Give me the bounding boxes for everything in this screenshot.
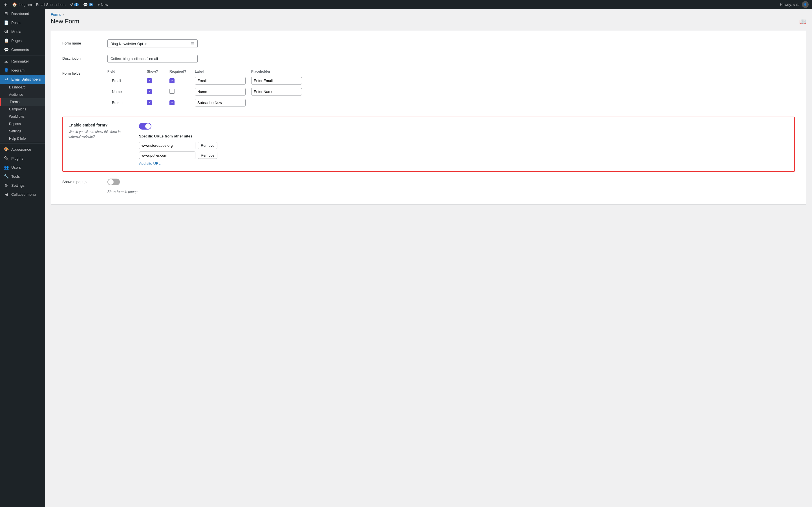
media-icon: 🖼 — [3, 29, 9, 34]
plugins-icon: 🔌 — [3, 156, 9, 161]
form-description-label: Description — [62, 55, 102, 61]
sidebar-item-appearance[interactable]: 🎨 Appearance — [0, 145, 45, 154]
sidebar-item-pages[interactable]: 📋 Pages — [0, 36, 45, 45]
sidebar-item-users[interactable]: 👥 Users — [0, 163, 45, 172]
content-area: Forms › New Form 📖 Form name ☰ Descripti… — [45, 9, 812, 507]
email-subscribers-submenu: Dashboard Audience Forms Campaigns Workf… — [0, 83, 45, 142]
popup-desc: Show form in popup — [107, 190, 138, 194]
updates-item[interactable]: ↺ 3 — [70, 3, 79, 7]
col-header-required: Required? — [169, 69, 195, 73]
form-description-input[interactable] — [110, 57, 195, 61]
posts-icon: 📄 — [3, 20, 9, 25]
sub-item-dashboard[interactable]: Dashboard — [0, 83, 45, 91]
admin-bar: ⊞ 🏠 Icegram – Email Subscribers ↺ 3 💬 0 … — [0, 0, 812, 9]
howdy-section: Howdy, satz 👤 — [780, 1, 809, 8]
button-show-checkbox[interactable] — [147, 100, 152, 105]
sub-item-audience[interactable]: Audience — [0, 91, 45, 98]
updates-icon: ↺ — [70, 3, 73, 7]
sub-item-reports[interactable]: Reports — [0, 120, 45, 128]
sidebar-label-plugins: Plugins — [11, 156, 23, 161]
avatar[interactable]: 👤 — [802, 1, 809, 8]
page-title-text: New Form — [51, 18, 79, 25]
remove-btn-1[interactable]: Remove — [198, 142, 217, 149]
icegram-icon: 👤 — [3, 68, 9, 72]
field-req-button — [169, 100, 195, 105]
sub-item-help[interactable]: Help & Info — [0, 135, 45, 142]
button-req-checkbox[interactable] — [169, 100, 174, 105]
new-item[interactable]: + New — [98, 3, 108, 7]
add-url-link[interactable]: Add site URL — [139, 161, 161, 166]
embed-desc: Would you like to show this form in exte… — [68, 129, 131, 139]
form-name-input[interactable] — [110, 42, 191, 46]
email-placeholder-input[interactable] — [251, 77, 302, 84]
wp-logo-icon[interactable]: ⊞ — [3, 1, 8, 8]
form-fields-row: Form fields Field Show? Required? Label … — [62, 69, 795, 110]
url-input-1[interactable] — [139, 142, 195, 149]
sidebar-item-comments[interactable]: 💬 Comments — [0, 45, 45, 54]
comments-sidebar-icon: 💬 — [3, 47, 9, 52]
embed-title: Enable embed form? — [68, 123, 131, 127]
email-subscribers-icon: ✉ — [3, 77, 9, 81]
form-name-row: Form name ☰ — [62, 40, 795, 48]
sub-item-forms[interactable]: Forms — [0, 98, 45, 106]
sidebar-label-appearance: Appearance — [11, 147, 31, 152]
sub-item-campaigns[interactable]: Campaigns — [0, 106, 45, 113]
sub-item-workflows[interactable]: Workflows — [0, 113, 45, 120]
page-title: New Form 📖 — [51, 18, 806, 25]
col-header-field: Field — [107, 69, 147, 73]
breadcrumb-forms[interactable]: Forms — [51, 12, 61, 17]
email-show-checkbox[interactable] — [147, 78, 152, 83]
sub-item-settings[interactable]: Settings — [0, 128, 45, 135]
field-req-email — [169, 78, 195, 83]
col-header-placeholder: Placeholder — [251, 69, 795, 73]
sidebar-item-posts[interactable]: 📄 Posts — [0, 18, 45, 27]
rainmaker-icon: ☁ — [3, 59, 9, 63]
appearance-icon: 🎨 — [3, 147, 9, 152]
sidebar-item-tools[interactable]: 🔧 Tools — [0, 172, 45, 181]
name-show-checkbox[interactable] — [147, 89, 152, 94]
field-show-email — [147, 78, 169, 83]
sidebar-item-plugins[interactable]: 🔌 Plugins — [0, 154, 45, 163]
field-row-name: Name — [107, 88, 795, 96]
sidebar-item-icegram[interactable]: 👤 Icegram — [0, 66, 45, 75]
pages-icon: 📋 — [3, 38, 9, 43]
howdy-text: Howdy, satz — [780, 3, 800, 7]
name-req-checkbox[interactable] — [169, 89, 174, 94]
email-label-input[interactable] — [195, 77, 246, 84]
embed-row: Enable embed form? Would you like to sho… — [68, 123, 789, 166]
page-header: Forms › New Form 📖 — [45, 9, 812, 27]
sidebar-item-dashboard[interactable]: ⊟ Dashboard — [0, 9, 45, 18]
field-name-name: Name — [107, 90, 147, 94]
sidebar-item-settings[interactable]: ⚙ Settings — [0, 181, 45, 190]
sidebar-label-email-subscribers: Email Subscribers — [11, 77, 41, 81]
url-input-2[interactable] — [139, 152, 195, 159]
name-label-input[interactable] — [195, 88, 246, 96]
name-placeholder-input[interactable] — [251, 88, 302, 96]
embed-right: Specific URLs from other sites Remove Re… — [139, 123, 789, 166]
email-req-checkbox[interactable] — [169, 78, 174, 83]
sidebar-label-collapse: Collapse menu — [11, 192, 36, 196]
fields-header: Field Show? Required? Label Placeholder — [107, 69, 795, 73]
field-row-email: Email — [107, 77, 795, 84]
field-row-button: Button — [107, 99, 795, 107]
breadcrumb: Forms › — [51, 12, 806, 17]
comments-item[interactable]: 💬 0 — [83, 3, 93, 7]
remove-btn-2[interactable]: Remove — [198, 152, 217, 159]
sidebar-label-pages: Pages — [11, 39, 22, 43]
site-name[interactable]: 🏠 Icegram – Email Subscribers — [12, 2, 65, 7]
sidebar-label-posts: Posts — [11, 20, 20, 25]
sidebar-item-media[interactable]: 🖼 Media — [0, 27, 45, 36]
embed-toggle[interactable] — [139, 123, 151, 129]
sidebar-item-email-subscribers[interactable]: ✉ Email Subscribers — [0, 75, 45, 83]
sidebar-label-dashboard: Dashboard — [11, 11, 29, 16]
field-placeholder-name — [251, 88, 795, 96]
sidebar-item-rainmaker[interactable]: ☁ Rainmaker — [0, 57, 45, 66]
button-label-input[interactable] — [195, 99, 246, 107]
form-fields-label: Form fields — [62, 69, 102, 75]
field-label-button — [195, 99, 251, 107]
form-name-input-wrapper: ☰ — [107, 40, 198, 48]
popup-toggle[interactable] — [107, 179, 120, 185]
field-name-button: Button — [107, 101, 147, 105]
sidebar-item-collapse[interactable]: ◀ Collapse menu — [0, 190, 45, 199]
book-icon[interactable]: 📖 — [799, 18, 806, 25]
